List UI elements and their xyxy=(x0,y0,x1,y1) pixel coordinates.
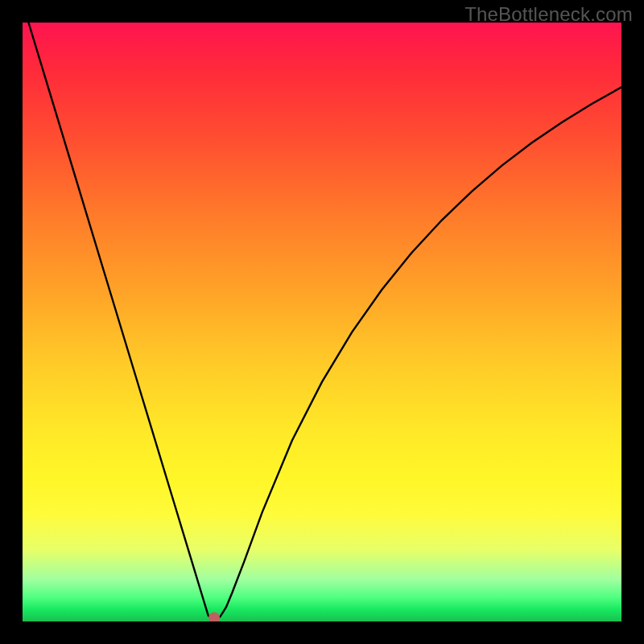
chart-frame: TheBottleneck.com xyxy=(0,0,644,644)
watermark-text: TheBottleneck.com xyxy=(464,3,633,26)
plot-area xyxy=(23,23,621,621)
